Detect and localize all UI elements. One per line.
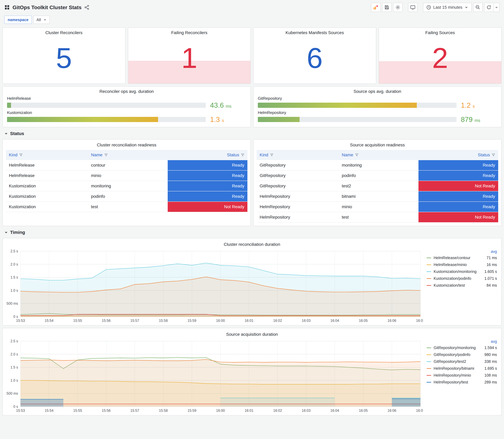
table-header-row: KindNameStatus (257, 150, 498, 160)
legend-sort-avg[interactable]: avg (427, 249, 497, 254)
series-color-dash (427, 278, 431, 279)
series-name[interactable]: GitRepository/test2 (434, 359, 482, 364)
filter-icon[interactable] (270, 153, 273, 157)
panel-title: Failing Reconcilers (128, 28, 251, 36)
time-series-canvas[interactable]: 15:5315:5415:5515:5615:5715:5815:5916:00… (5, 337, 423, 415)
legend-item[interactable]: GitRepository/podinfo980 ms (427, 353, 497, 357)
time-series-canvas[interactable]: 15:5315:5415:5515:5615:5715:5815:5916:00… (5, 247, 423, 325)
column-header-status[interactable]: Status (418, 150, 498, 160)
variable-filters: namespace All (0, 14, 504, 27)
series-name[interactable]: GitRepository/monitoring (434, 345, 482, 350)
panel-title: Failing Sources (379, 28, 501, 36)
time-series-plot[interactable]: 15:5315:5415:5515:5615:5715:5815:5916:00… (5, 337, 423, 415)
cell-name: test2 (339, 181, 418, 191)
legend-item[interactable]: HelmRelease/contour71 ms (427, 256, 497, 260)
series-name[interactable]: HelmRepository/test (434, 380, 482, 384)
column-header-label: Status (478, 153, 490, 157)
legend-item[interactable]: HelmRepository/test289 ms (427, 380, 497, 384)
dashboard-title: GitOps Toolkit Cluster Stats (12, 4, 82, 10)
zoom-out-button[interactable] (473, 3, 483, 12)
svg-text:16:02: 16:02 (273, 319, 282, 323)
series-area (392, 399, 420, 407)
series-area (21, 359, 420, 407)
cell-name: monitoring (88, 181, 168, 191)
tables-row: Cluster reconciliation readiness KindNam… (0, 139, 504, 226)
series-name[interactable]: GitRepository/podinfo (434, 353, 482, 357)
legend-item[interactable]: GitRepository/test2338 ms (427, 359, 497, 364)
legend-item[interactable]: HelmRepository/minio108 ms (427, 373, 497, 378)
status-badge: Ready (168, 191, 247, 201)
status-badge: Ready (168, 160, 247, 170)
column-header-kind[interactable]: Kind (6, 150, 88, 160)
add-panel-button[interactable] (371, 3, 381, 12)
series-name[interactable]: HelmRepository/bitnami (434, 366, 482, 371)
tv-mode-button[interactable] (408, 3, 418, 12)
section-header-status[interactable]: Status (0, 130, 504, 139)
clock-icon (426, 5, 431, 10)
svg-text:16:01: 16:01 (245, 319, 254, 323)
gauge-fill (258, 117, 300, 122)
time-range-label: Last 15 minutes (433, 5, 462, 10)
legend-item[interactable]: Kustomization/test84 ms (427, 283, 497, 288)
cell-kind: Kustomization (6, 181, 88, 191)
cell-name: podinfo (339, 171, 418, 181)
namespace-variable-select[interactable]: All (33, 16, 50, 24)
series-name[interactable]: HelmRelease/contour (434, 256, 484, 260)
legend-sort-avg[interactable]: avg (427, 339, 497, 344)
gauge-fill (258, 103, 417, 108)
gauge-label: GitRepository (258, 96, 497, 101)
column-header-status[interactable]: Status (168, 150, 247, 160)
column-header-kind[interactable]: Kind (257, 150, 339, 160)
column-header-name[interactable]: Name (88, 150, 168, 160)
dashboard-settings-button[interactable] (393, 3, 403, 12)
namespace-variable-label[interactable]: namespace (4, 16, 32, 24)
filter-icon[interactable] (104, 153, 108, 157)
refresh-button[interactable] (484, 3, 494, 12)
legend-item[interactable]: Kustomization/podinfo1.071 s (427, 276, 497, 281)
filter-icon[interactable] (355, 153, 358, 157)
filter-icon[interactable] (19, 153, 23, 157)
filter-icon[interactable] (492, 153, 495, 157)
section-label: Timing (10, 230, 25, 235)
stat-row: Cluster Reconcilers 5 Failing Reconciler… (0, 27, 504, 84)
series-name[interactable]: HelmRelease/minio (434, 262, 484, 267)
stat-panel-failing-reconcilers: Failing Reconcilers 1 (128, 27, 251, 84)
series-avg-value: 980 ms (484, 353, 497, 357)
legend-item[interactable]: HelmRepository/bitnami1.695 s (427, 366, 497, 371)
column-header-label: Status (227, 153, 239, 157)
filter-icon[interactable] (241, 153, 244, 157)
series-name[interactable]: HelmRepository/minio (434, 373, 482, 378)
svg-text:15:56: 15:56 (102, 409, 111, 413)
series-name[interactable]: Kustomization/monitoring (434, 269, 482, 274)
share-icon[interactable] (84, 5, 89, 10)
column-header-name[interactable]: Name (339, 150, 418, 160)
svg-text:15:57: 15:57 (130, 409, 139, 413)
legend-item[interactable]: GitRepository/monitoring1.594 s (427, 345, 497, 350)
time-series-plot[interactable]: 15:5315:5415:5515:5615:5715:5815:5916:00… (5, 247, 423, 325)
series-avg-value: 16 ms (487, 262, 497, 267)
legend-item[interactable]: Kustomization/monitoring1.605 s (427, 269, 497, 274)
gauge-track (7, 117, 206, 122)
save-dashboard-button[interactable] (382, 3, 392, 12)
table-header-row: KindNameStatus (6, 150, 247, 160)
series-name[interactable]: Kustomization/test (434, 283, 484, 288)
table-row: KustomizationmonitoringReady (6, 181, 247, 191)
series-color-dash (427, 361, 431, 362)
time-range-picker[interactable]: Last 15 minutes (423, 3, 472, 12)
cell-status: Ready (168, 191, 247, 202)
status-badge: Ready (168, 181, 247, 191)
table-row: GitRepositorytest2Not Ready (257, 181, 498, 191)
panel-title: Cluster Reconcilers (3, 28, 125, 36)
chart-legend: avgGitRepository/monitoring1.594 sGitRep… (423, 337, 499, 387)
legend-item[interactable]: HelmRelease/minio16 ms (427, 262, 497, 267)
panel-cluster-reconciliation-readiness: Cluster reconciliation readiness KindNam… (2, 139, 251, 226)
svg-text:16:05: 16:05 (359, 409, 368, 413)
svg-text:1.0 s: 1.0 s (10, 378, 18, 382)
cell-kind: Kustomization (6, 191, 88, 202)
svg-text:0 s: 0 s (13, 405, 18, 409)
refresh-interval-dropdown[interactable] (494, 3, 500, 12)
apps-grid-icon[interactable] (4, 5, 10, 10)
gauge-helmrepository: HelmRepository 879 ms (258, 110, 497, 123)
section-header-timing[interactable]: Timing (0, 229, 504, 238)
series-name[interactable]: Kustomization/podinfo (434, 276, 482, 281)
